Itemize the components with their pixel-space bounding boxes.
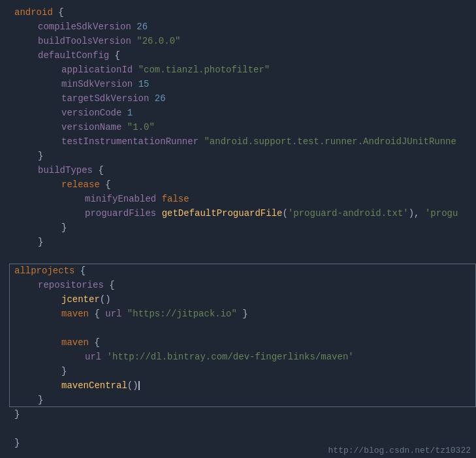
line-content: proguardFiles getDefaultProguardFile('pr…	[9, 208, 471, 219]
line-content: targetSdkVersion 26	[9, 93, 471, 104]
token-plain	[121, 122, 127, 132]
code-line: mavenCentral()	[0, 378, 476, 393]
token-prop: proguardFiles	[85, 208, 156, 219]
token-num: 26	[136, 22, 148, 32]
token-plain	[121, 309, 127, 319]
code-line: url 'http://dl.bintray.com/dev-fingerlin…	[0, 350, 476, 364]
footer-url: http://blog.csdn.net/tz10322	[323, 443, 476, 458]
token-prop: minSdkVersion	[61, 79, 133, 89]
token-prop: url	[105, 309, 121, 319]
token-plain	[133, 79, 138, 89]
code-line: minifyEnabled false	[0, 192, 476, 206]
token-str: "1.0"	[127, 122, 155, 132]
token-plain: }	[38, 237, 43, 247]
line-content: release {	[9, 179, 471, 190]
token-num: 26	[155, 93, 166, 104]
line-content: }	[9, 222, 471, 233]
code-line: targetSdkVersion 26	[0, 91, 476, 106]
code-line: compileSdkVersion 26	[0, 20, 476, 34]
code-line: }	[0, 364, 476, 378]
token-prop: buildToolsVersion	[38, 36, 131, 46]
token-plain: }	[38, 151, 43, 161]
line-content: repositories {	[9, 280, 471, 290]
code-line: jcenter()	[0, 292, 476, 307]
token-plain: {	[53, 7, 64, 18]
code-line: }	[0, 235, 476, 249]
token-plain: ()	[127, 380, 138, 391]
token-str: "android.support.test.runner.AndroidJUni…	[204, 136, 456, 147]
token-num: 1	[127, 108, 133, 118]
line-content: maven { url "https://jitpack.io" }	[9, 309, 471, 319]
line-content: minifyEnabled false	[9, 194, 471, 204]
token-prop: versionName	[61, 122, 121, 132]
token-str-sq: 'progu	[425, 208, 458, 219]
code-line: applicationId "com.tianzl.photofilter"	[0, 63, 476, 77]
code-line: maven { url "https://jitpack.io" }	[0, 307, 476, 321]
token-plain: }	[61, 366, 67, 376]
code-line	[0, 249, 476, 264]
line-content: testInstrumentationRunner "android.suppo…	[9, 136, 471, 147]
line-content: allprojects {	[9, 266, 471, 276]
token-fn: jcenter	[61, 294, 100, 305]
token-plain: {	[74, 266, 86, 276]
token-plain: ()	[100, 294, 111, 305]
code-line: }	[0, 221, 476, 235]
token-str-sq: 'proguard-android.txt'	[288, 208, 409, 219]
code-line: repositories {	[0, 278, 476, 292]
line-content: }	[9, 395, 471, 405]
token-plain: {	[100, 179, 111, 190]
line-content: defaultConfig {	[9, 50, 471, 61]
line-content: versionName "1.0"	[9, 122, 471, 132]
token-plain: {	[93, 165, 104, 176]
line-content: jcenter()	[9, 294, 471, 305]
code-line: }	[0, 149, 476, 163]
code-line	[0, 421, 476, 436]
token-plain: {	[89, 309, 105, 319]
token-str: "26.0.0"	[136, 36, 180, 46]
token-kw: android	[14, 7, 53, 18]
token-plain: ),	[409, 208, 425, 219]
code-line: versionName "1.0"	[0, 120, 476, 134]
token-bool-false: false	[162, 194, 189, 204]
token-fn: getDefaultProguardFile	[162, 208, 283, 219]
token-prop: versionCode	[61, 108, 121, 118]
token-plain	[156, 194, 161, 204]
token-plain	[131, 36, 136, 46]
line-content: android {	[9, 7, 471, 18]
code-line: testInstrumentationRunner "android.suppo…	[0, 134, 476, 149]
line-content: mavenCentral()	[9, 380, 471, 391]
code-line: }	[0, 407, 476, 421]
token-prop: applicationId	[61, 65, 133, 75]
code-line: allprojects {	[0, 264, 476, 278]
code-line	[0, 321, 476, 335]
code-line: buildToolsVersion "26.0.0"	[0, 34, 476, 48]
token-prop: repositories	[38, 280, 104, 290]
token-prop: buildTypes	[38, 165, 93, 176]
line-content: versionCode 1	[9, 108, 471, 118]
token-plain: }	[14, 409, 20, 420]
code-editor: android {compileSdkVersion 26buildToolsV…	[0, 0, 476, 458]
token-prop: targetSdkVersion	[61, 93, 149, 104]
code-line: proguardFiles getDefaultProguardFile('pr…	[0, 206, 476, 221]
token-prop: minifyEnabled	[85, 194, 156, 204]
token-prop: testInstrumentationRunner	[61, 136, 198, 147]
token-plain	[156, 208, 161, 219]
token-prop: defaultConfig	[38, 50, 109, 61]
token-plain: {	[109, 50, 120, 61]
token-str: "com.tianzl.photofilter"	[138, 65, 270, 75]
token-plain	[149, 93, 154, 104]
token-plain: {	[89, 337, 100, 348]
code-line: }	[0, 393, 476, 407]
code-line: buildTypes {	[0, 163, 476, 177]
code-line: defaultConfig {	[0, 48, 476, 63]
line-content: minSdkVersion 15	[9, 79, 471, 89]
code-line: maven {	[0, 335, 476, 350]
line-content: compileSdkVersion 26	[9, 22, 471, 32]
token-prop: compileSdkVersion	[38, 22, 131, 32]
token-prop: url	[85, 352, 101, 362]
line-content: buildTypes {	[9, 165, 471, 176]
line-content: }	[9, 151, 471, 161]
token-plain	[121, 108, 127, 118]
text-cursor	[138, 381, 140, 390]
token-plain: }	[38, 395, 43, 405]
